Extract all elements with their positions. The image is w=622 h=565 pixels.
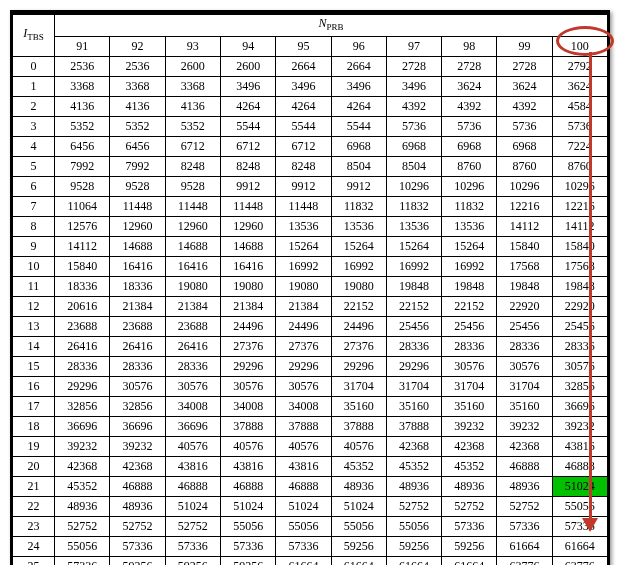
data-cell: 16416 [165,257,220,277]
data-cell: 6968 [497,137,552,157]
data-cell: 19848 [386,277,441,297]
row-index-cell: 13 [13,317,55,337]
data-cell: 26416 [165,337,220,357]
data-cell: 21384 [221,297,276,317]
data-cell: 19080 [276,277,331,297]
data-cell: 14688 [221,237,276,257]
data-cell: 5736 [497,117,552,137]
data-cell: 2664 [331,57,386,77]
table-row: 1323688236882368824496244962449625456254… [13,317,608,337]
table-row: 2042368423684381643816438164535245352453… [13,457,608,477]
data-cell: 42368 [386,437,441,457]
data-cell: 61664 [331,557,386,565]
data-cell: 37888 [221,417,276,437]
data-cell: 4584 [552,97,607,117]
data-cell: 55056 [386,517,441,537]
data-cell: 51024 [165,497,220,517]
data-cell: 18336 [110,277,165,297]
data-cell: 55056 [276,517,331,537]
data-cell: 3496 [331,77,386,97]
row-index-cell: 17 [13,397,55,417]
table-row: 2455056573365733657336573365925659256592… [13,537,608,557]
data-cell: 2600 [165,57,220,77]
data-cell: 5736 [552,117,607,137]
data-cell: 2536 [55,57,110,77]
table-row: 5799279928248824882488504850487608760876… [13,157,608,177]
data-cell: 13536 [276,217,331,237]
data-cell: 24496 [276,317,331,337]
row-index-cell: 22 [13,497,55,517]
data-cell: 32856 [552,377,607,397]
data-cell: 21384 [165,297,220,317]
data-cell: 4136 [165,97,220,117]
data-cell: 3624 [497,77,552,97]
data-cell: 57336 [221,537,276,557]
row-index-cell: 1 [13,77,55,97]
data-cell: 39232 [110,437,165,457]
table-row: 1939232392324057640576405764057642368423… [13,437,608,457]
data-cell: 28336 [442,337,497,357]
data-cell: 30576 [552,357,607,377]
data-cell: 19080 [221,277,276,297]
table-row: 1336833683368349634963496349636243624362… [13,77,608,97]
data-cell: 8760 [442,157,497,177]
table-row: 7110641144811448114481144811832118321183… [13,197,608,217]
data-cell: 23688 [110,317,165,337]
data-cell: 3496 [386,77,441,97]
data-cell: 52752 [165,517,220,537]
data-cell: 25456 [497,317,552,337]
data-cell: 23688 [55,317,110,337]
data-cell: 14688 [165,237,220,257]
row-index-cell: 10 [13,257,55,277]
data-cell: 46888 [552,457,607,477]
data-cell: 48936 [386,477,441,497]
data-cell: 19848 [497,277,552,297]
data-cell: 30576 [442,357,497,377]
data-cell: 9912 [221,177,276,197]
data-cell: 16992 [276,257,331,277]
data-cell: 4136 [55,97,110,117]
data-cell: 40576 [221,437,276,457]
data-cell: 55056 [55,537,110,557]
row-index-cell: 15 [13,357,55,377]
data-cell: 28336 [110,357,165,377]
data-cell: 46888 [497,457,552,477]
data-cell: 35160 [386,397,441,417]
data-cell: 30576 [221,377,276,397]
column-header: 93 [165,37,220,57]
data-cell: 5352 [110,117,165,137]
data-cell: 29296 [386,357,441,377]
data-cell: 15840 [497,237,552,257]
data-cell: 22152 [331,297,386,317]
data-cell: 15264 [386,237,441,257]
table-row: 4645664566712671267126968696869686968722… [13,137,608,157]
data-cell: 6968 [386,137,441,157]
data-cell: 29296 [331,357,386,377]
column-header: 96 [331,37,386,57]
data-cell: 3496 [221,77,276,97]
data-cell: 48936 [331,477,386,497]
data-cell: 25456 [442,317,497,337]
column-header: 98 [442,37,497,57]
row-index-cell: 21 [13,477,55,497]
data-cell: 57336 [442,517,497,537]
data-cell: 48936 [55,497,110,517]
data-cell: 9912 [331,177,386,197]
data-cell: 30576 [165,377,220,397]
data-cell: 37888 [386,417,441,437]
data-cell: 7992 [110,157,165,177]
data-cell: 9528 [165,177,220,197]
row-index-cell: 2 [13,97,55,117]
data-cell: 48936 [442,477,497,497]
table-row: 8125761296012960129601353613536135361353… [13,217,608,237]
data-cell: 55056 [221,517,276,537]
data-cell: 40576 [331,437,386,457]
data-cell: 26416 [55,337,110,357]
table-row: 1426416264162641627376273762737628336283… [13,337,608,357]
data-cell: 46888 [276,477,331,497]
data-cell: 14112 [552,217,607,237]
data-cell: 57336 [55,557,110,565]
data-cell: 12216 [552,197,607,217]
row-index-cell: 8 [13,217,55,237]
data-cell: 31704 [442,377,497,397]
